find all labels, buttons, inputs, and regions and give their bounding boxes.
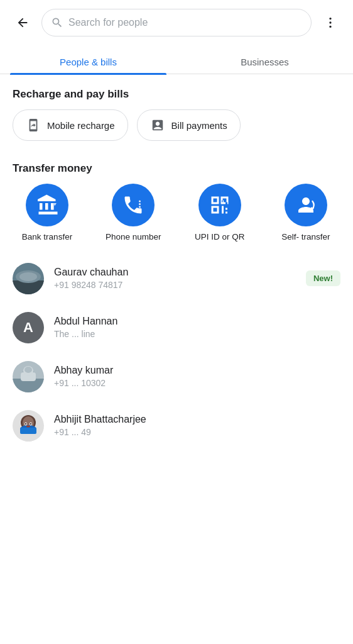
svg-point-6 <box>139 206 141 208</box>
contact-abdul-hannan[interactable]: A Abdul Hannan The ... line <box>0 303 353 352</box>
avatar-gaurav <box>13 263 44 294</box>
contact-name-abdul: Abdul Hannan <box>54 316 340 327</box>
contact-name-abhijit: Abhijit Bhattacharjee <box>54 414 340 425</box>
contact-abhijit-bhattacharjee[interactable]: Abhijit Bhattacharjee +91 ... 49 <box>0 401 353 450</box>
back-button[interactable] <box>10 10 35 35</box>
svg-point-5 <box>139 203 141 205</box>
more-icon <box>323 16 337 30</box>
svg-marker-3 <box>54 203 57 206</box>
self-transfer-circle <box>285 184 327 226</box>
contact-name-gaurav: Gaurav chauhan <box>54 267 296 278</box>
recharge-section: Recharge and pay bills Mobile recharge B… <box>0 74 353 151</box>
bank-transfer-item[interactable]: Bank transfer <box>13 184 82 243</box>
contact-info-abdul: Abdul Hannan The ... line <box>54 316 340 339</box>
svg-point-2 <box>329 26 331 28</box>
action-buttons: Mobile recharge Bill payments <box>13 109 340 141</box>
mobile-recharge-icon <box>26 118 41 133</box>
contact-info-abhijit: Abhijit Bhattacharjee +91 ... 49 <box>54 414 340 437</box>
contact-sub-abdul: The ... line <box>54 329 340 339</box>
search-bar[interactable]: Search for people <box>41 9 312 36</box>
bill-payments-label: Bill payments <box>171 120 227 131</box>
svg-point-16 <box>24 367 32 373</box>
bank-transfer-label: Bank transfer <box>22 231 72 243</box>
mobile-recharge-button[interactable]: Mobile recharge <box>13 109 128 141</box>
avatar-abhay <box>13 361 44 392</box>
self-transfer-icon <box>295 194 317 216</box>
tabs: People & bills Businesses <box>0 48 353 74</box>
self-transfer-item[interactable]: Self- transfer <box>271 184 340 243</box>
bill-payments-button[interactable]: Bill payments <box>137 109 241 141</box>
svg-point-10 <box>19 272 37 281</box>
self-transfer-label: Self- transfer <box>281 231 330 243</box>
tab-people-bills[interactable]: People & bills <box>0 48 176 74</box>
contact-gaurav-chauhan[interactable]: Gaurav chauhan +91 98248 74817 New! <box>0 254 353 303</box>
svg-point-0 <box>329 18 331 19</box>
contact-info-gaurav: Gaurav chauhan +91 98248 74817 <box>54 267 296 290</box>
more-options-button[interactable] <box>318 10 343 35</box>
upi-qr-icon <box>209 194 231 216</box>
svg-point-1 <box>329 21 331 23</box>
bank-transfer-circle <box>26 184 68 226</box>
contact-info-abhay: Abhay kumar +91 ... 10302 <box>54 365 340 388</box>
tab-businesses[interactable]: Businesses <box>176 48 353 74</box>
phone-number-circle <box>112 184 155 226</box>
search-icon <box>51 16 63 29</box>
svg-point-26 <box>26 425 30 427</box>
phone-number-label: Phone number <box>106 231 161 243</box>
avatar-abdul: A <box>13 312 44 343</box>
svg-rect-21 <box>20 428 36 434</box>
avatar-abhijit <box>13 410 44 441</box>
bank-transfer-icon <box>36 194 58 216</box>
svg-point-4 <box>139 201 141 203</box>
svg-point-25 <box>30 423 31 424</box>
transfer-section: Transfer money Bank transfer <box>0 151 353 249</box>
header: Search for people <box>0 0 353 45</box>
contact-name-abhay: Abhay kumar <box>54 365 340 376</box>
contact-sub-abhijit: +91 ... 49 <box>54 427 340 437</box>
contacts-section: Gaurav chauhan +91 98248 74817 New! A Ab… <box>0 254 353 450</box>
contact-sub-abhay: +91 ... 10302 <box>54 378 340 388</box>
upi-qr-item[interactable]: UPI ID or QR <box>185 184 254 243</box>
contact-abhay-kumar[interactable]: Abhay kumar +91 ... 10302 <box>0 352 353 401</box>
mobile-recharge-label: Mobile recharge <box>47 120 115 131</box>
svg-point-24 <box>25 423 26 424</box>
search-placeholder: Search for people <box>68 17 148 28</box>
bill-payments-icon <box>150 118 165 133</box>
upi-qr-circle <box>198 184 241 226</box>
transfer-icons-row: Bank transfer Phone number <box>13 184 340 243</box>
phone-number-icon <box>122 194 144 216</box>
upi-qr-label: UPI ID or QR <box>195 231 245 243</box>
contact-sub-gaurav: +91 98248 74817 <box>54 280 296 290</box>
transfer-title: Transfer money <box>13 162 340 175</box>
phone-number-item[interactable]: Phone number <box>99 184 168 243</box>
recharge-title: Recharge and pay bills <box>13 88 340 101</box>
new-badge-gaurav: New! <box>306 270 340 286</box>
